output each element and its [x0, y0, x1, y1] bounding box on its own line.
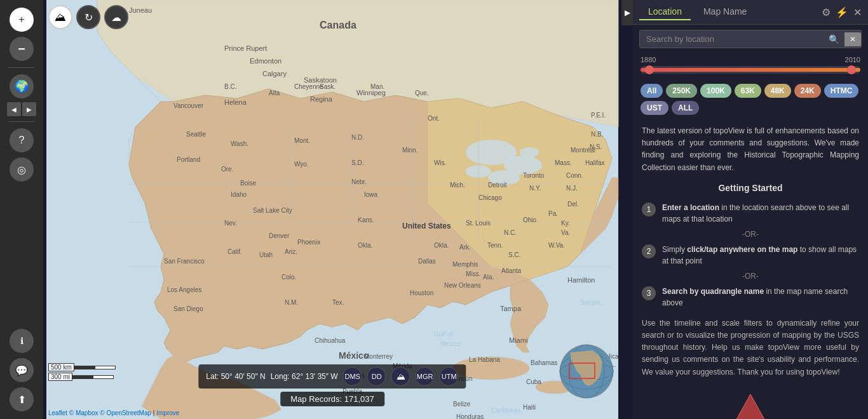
svg-text:N.J.: N.J. [566, 185, 578, 192]
pan-right-button[interactable]: ▶ [22, 102, 36, 116]
weather-button[interactable]: ☁ [104, 5, 128, 29]
search-clear-button[interactable]: ✕ [844, 32, 861, 46]
search-input[interactable] [640, 30, 824, 48]
svg-text:Miss.: Miss. [466, 270, 480, 277]
step-1-text: Enter a location in the location search … [662, 202, 859, 225]
improve-link[interactable]: Improve [156, 409, 179, 416]
svg-text:B.C.: B.C. [224, 83, 236, 90]
attribution-separator-3: | [153, 409, 155, 416]
leaflet-link[interactable]: Leaflet [48, 409, 67, 416]
svg-text:Tenn.: Tenn. [487, 242, 503, 249]
svg-text:Caribbean: Caribbean [491, 407, 520, 414]
svg-text:Ala.: Ala. [483, 274, 494, 281]
svg-marker-121 [735, 394, 766, 419]
osm-link[interactable]: © OpenStreetMap [100, 409, 151, 416]
svg-text:Ont.: Ont. [428, 115, 440, 122]
svg-text:Denver: Denver [269, 232, 290, 239]
svg-text:Miami: Miami [509, 336, 527, 344]
search-bar: 🔍 ✕ [639, 30, 862, 48]
dms-button[interactable]: DMS [343, 367, 362, 386]
svg-text:Kans.: Kans. [358, 216, 374, 223]
svg-text:La Habana: La Habana [469, 356, 500, 363]
badge-100k[interactable]: 100K [700, 84, 731, 98]
timeline-slider[interactable] [641, 66, 860, 74]
svg-text:Canada: Canada [320, 20, 356, 30]
badge-250k[interactable]: 250K [666, 84, 697, 98]
svg-text:San Diego: San Diego [173, 305, 203, 312]
svg-text:Va.: Va. [561, 229, 570, 236]
svg-text:Chicago: Chicago [478, 194, 502, 201]
sidebar-divider-2 [9, 121, 34, 122]
zoom-in-button[interactable]: + [10, 8, 34, 32]
mountain-icon-btn[interactable]: ⛰ [391, 367, 410, 386]
pan-left-button[interactable]: ◀ [7, 102, 21, 116]
svg-text:W.Va.: W.Va. [548, 242, 565, 249]
sidebar-divider-1 [9, 67, 34, 68]
svg-text:Toronto: Toronto [523, 172, 545, 179]
layers-button[interactable]: ↻ [76, 5, 100, 29]
svg-text:Chihuahua: Chihuahua [315, 337, 346, 344]
settings-icon-button[interactable]: ⚙ [822, 6, 831, 18]
pan-controls: ◀ ▶ [7, 102, 36, 116]
svg-text:Que.: Que. [415, 90, 429, 96]
svg-text:Salt Lake City: Salt Lake City [253, 207, 292, 214]
step-1-number: 1 [642, 203, 656, 216]
map-svg: Vancouver Seattle Portland Boise Salt La… [43, 0, 621, 419]
dd-button[interactable]: DD [367, 367, 386, 386]
panel-collapse-button[interactable]: ▶ [621, 0, 633, 25]
filters-icon-button[interactable]: ⚡ [836, 6, 848, 18]
step-1-bold: Enter a location [662, 203, 719, 212]
svg-text:Ohio: Ohio [523, 216, 537, 223]
utm-button[interactable]: UTM [440, 367, 459, 386]
info-button[interactable]: ℹ [10, 329, 34, 353]
zoom-out-button[interactable]: − [10, 37, 34, 61]
badge-ust[interactable]: UST [641, 101, 668, 115]
svg-text:Wash.: Wash. [231, 140, 248, 147]
location-button[interactable]: ◎ [10, 157, 34, 182]
badge-all[interactable]: All [641, 84, 663, 98]
close-panel-button[interactable]: ✕ [853, 6, 862, 18]
map-container[interactable]: Vancouver Seattle Portland Boise Salt La… [43, 0, 621, 419]
step-divider-1: -OR- [633, 229, 868, 240]
badge-63k[interactable]: 63K [735, 84, 761, 98]
scale-mi-label: 300 mi [48, 373, 72, 381]
timeline-labels: 1880 2010 [641, 56, 860, 63]
badge-24k[interactable]: 24K [794, 84, 821, 98]
step-3-bold: Search by quadrangle name [662, 287, 764, 296]
mapbox-link[interactable]: © Mapbox [69, 409, 98, 416]
globe-button[interactable]: 🌍 [10, 74, 34, 98]
scale-filters: All 250K 100K 63K 48K 24K HTMC UST ALL [633, 81, 868, 120]
search-submit-button[interactable]: 🔍 [824, 32, 844, 47]
chat-button[interactable]: 💬 [10, 358, 34, 382]
step-2: 2 Simply click/tap anywhere on the map t… [633, 240, 868, 270]
share-button[interactable]: ⬆ [10, 387, 34, 411]
mgr-button[interactable]: MGR [416, 367, 435, 386]
svg-text:Pa.: Pa. [548, 210, 558, 217]
timeline-thumb-left[interactable] [645, 65, 654, 74]
timeline-thumb-right[interactable] [847, 65, 856, 74]
timeline-start-label: 1880 [641, 56, 656, 63]
svg-text:P.E.I.: P.E.I. [591, 112, 606, 119]
badge-htmc[interactable]: HTMC [824, 84, 859, 98]
svg-text:Edmonton: Edmonton [250, 57, 281, 65]
svg-text:Detroit: Detroit [488, 182, 507, 189]
svg-text:Calif.: Calif. [227, 248, 242, 255]
getting-started-title: Getting Started [633, 179, 868, 198]
terrain-button[interactable]: ⛰ [48, 5, 72, 29]
step-divider-2: -OR- [633, 270, 868, 282]
svg-text:Colo.: Colo. [281, 274, 296, 281]
coordinate-bar: Lat: 50° 40′ 50″ N Long: 62° 13′ 35″ W D… [198, 364, 466, 389]
timeline-end-label: 2010 [845, 56, 860, 63]
question-button[interactable]: ? [10, 128, 34, 152]
tab-mapname[interactable]: Map Name [695, 4, 756, 20]
tab-location[interactable]: Location [639, 4, 691, 20]
bottom-info-text: Use the timeline and scale filters to dy… [633, 312, 868, 383]
right-panel: Location Map Name ⚙ ⚡ ✕ 🔍 ✕ 1880 2010 Al… [633, 0, 868, 419]
badge-all-last[interactable]: ALL [672, 101, 699, 115]
svg-text:Iowa: Iowa [364, 191, 378, 198]
svg-text:Boise: Boise [240, 180, 256, 187]
svg-text:Helena: Helena [224, 98, 247, 106]
badge-48k[interactable]: 48K [764, 84, 791, 98]
svg-text:Sargas...: Sargas... [580, 299, 606, 306]
svg-text:Okla.: Okla. [434, 242, 449, 249]
